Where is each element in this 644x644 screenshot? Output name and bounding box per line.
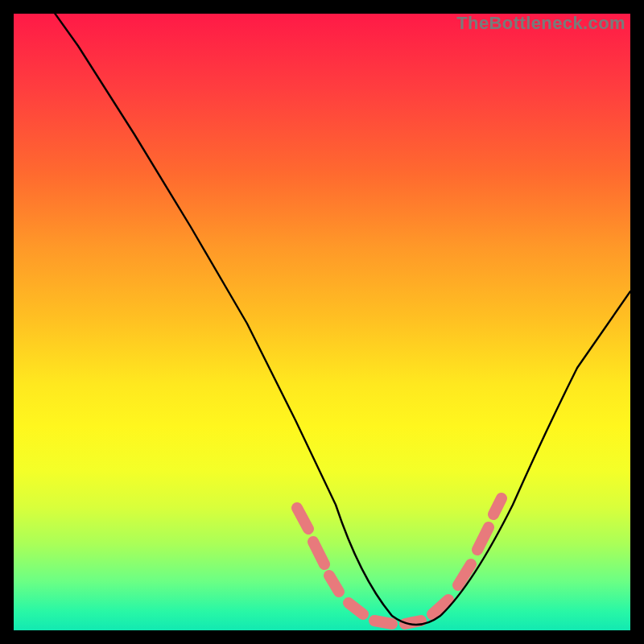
curve-markers [297, 498, 502, 624]
plot-area: TheBottleneck.com [14, 14, 630, 630]
chart-stage: TheBottleneck.com [0, 0, 644, 644]
bottleneck-curve-line [38, 14, 630, 625]
curve-svg [14, 14, 630, 630]
